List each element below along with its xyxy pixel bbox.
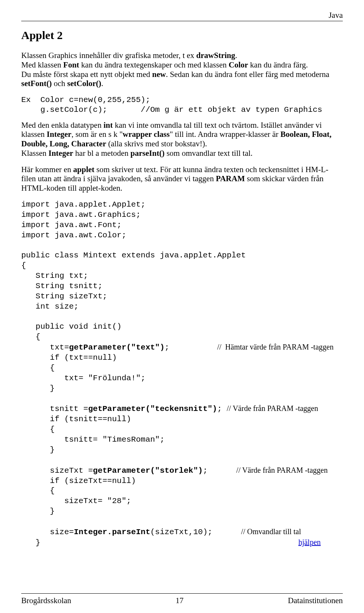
code-line: tsnitt =getParameter("teckensnitt"); // … <box>21 404 343 414</box>
paragraph-2: Med den enkla datatypen int kan vi inte … <box>21 121 343 158</box>
code-line: } <box>21 445 343 455</box>
code-line: } <box>21 506 343 517</box>
code-gap <box>21 312 343 322</box>
code-line: String tsnitt; <box>21 281 343 292</box>
code-line: public void init() <box>21 322 343 332</box>
code-line: } <box>21 384 343 394</box>
paragraph-1: Klassen Graphics innehåller div grafiska… <box>21 51 343 88</box>
code-line: if (tsnitt==null) <box>21 414 343 425</box>
code-line: import java.applet.Applet; <box>21 200 343 210</box>
code-line: import java.awt.Graphics; <box>21 210 343 220</box>
code-line: sizeTxt =getParameter("storlek"); // Vär… <box>21 466 343 476</box>
footer-page-number: 17 <box>176 596 184 605</box>
example-code: Ex Color c=new(0,255,255); g.setColor(c)… <box>21 95 343 115</box>
code-gap <box>21 394 343 404</box>
code-line: sizeTxt= "28"; <box>21 496 343 506</box>
code-line: String sizeTxt; <box>21 292 343 302</box>
code-line: { <box>21 363 343 373</box>
help-link[interactable]: hjälpen <box>298 538 321 546</box>
code-block: import java.applet.Applet; import java.a… <box>21 200 343 548</box>
code-comment: // Hämtar värde från PARAM -taggen <box>217 343 334 351</box>
footer-right: Datainstitutionen <box>288 596 343 605</box>
code-gap <box>21 517 343 527</box>
footer-area: Brogårdsskolan 17 Datainstitutionen <box>21 593 343 605</box>
code-line: if (sizeTxt==null) <box>21 476 343 486</box>
page: Java Applet 2 Klassen Graphics innehålle… <box>0 0 364 613</box>
code-line: size=Integer.parseInt(sizeTxt,10); // Om… <box>21 527 343 538</box>
code-comment: // Omvandlar till tal <box>241 527 301 536</box>
header-rule <box>21 21 343 21</box>
code-line: { <box>21 332 343 342</box>
footer-rule <box>21 593 343 594</box>
code-comment: // Värde från PARAM -taggen <box>227 404 318 412</box>
code-line: public class Mintext extends java.applet… <box>21 251 343 261</box>
code-line: int size; <box>21 302 343 312</box>
code-gap <box>21 455 343 466</box>
code-line: } hjälpen <box>21 538 343 548</box>
code-line: { <box>21 261 343 271</box>
code-line: txt=getParameter("text"); // Hämtar värd… <box>21 342 343 353</box>
code-line: import java.awt.Color; <box>21 230 343 241</box>
code-comment: // Värde från PARAM -taggen <box>236 466 328 474</box>
page-title: Applet 2 <box>21 29 343 42</box>
code-line: String txt; <box>21 271 343 281</box>
paragraph-3: Här kommer en applet som skriver ut text… <box>21 165 343 193</box>
code-line: import java.awt.Font; <box>21 220 343 230</box>
code-line: { <box>21 486 343 496</box>
code-gap <box>21 240 343 251</box>
code-line: if (txt==null) <box>21 353 343 363</box>
code-line: tsnitt= "TimesRoman"; <box>21 435 343 445</box>
code-line: { <box>21 425 343 435</box>
header-topic: Java <box>21 11 343 20</box>
code-line: txt= "Frölunda!"; <box>21 373 343 384</box>
footer-left: Brogårdsskolan <box>21 596 71 605</box>
